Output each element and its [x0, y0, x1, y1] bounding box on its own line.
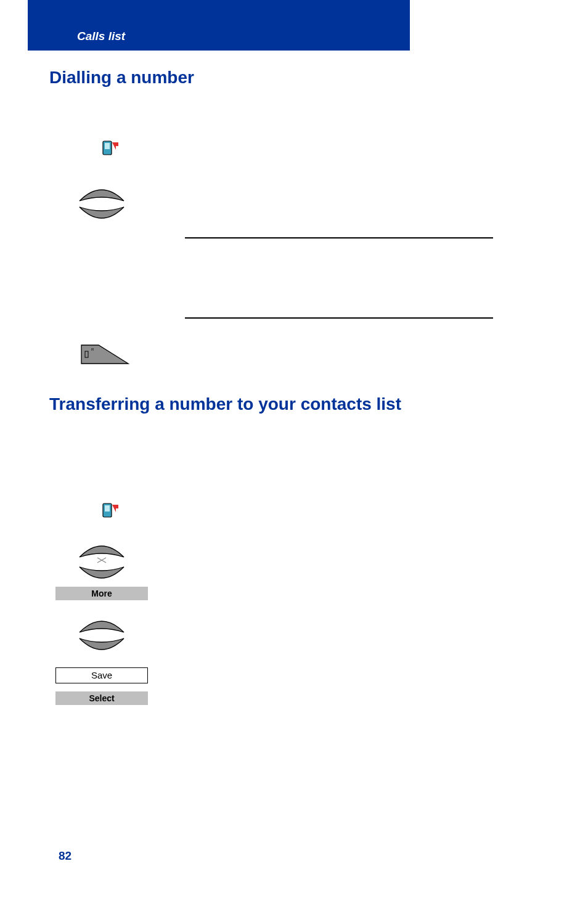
- missed-calls-icon: [80, 139, 142, 161]
- recall-key-icon: R: [80, 344, 129, 365]
- select-button[interactable]: Select: [55, 691, 148, 705]
- more-button[interactable]: More: [55, 587, 148, 600]
- header-bar: Calls list: [28, 0, 410, 51]
- heading-dialling: Dialling a number: [49, 68, 194, 88]
- nav-up-down-icon: [71, 616, 133, 654]
- svg-text:R: R: [91, 348, 94, 351]
- divider-line-1: [185, 237, 493, 238]
- save-button[interactable]: Save: [55, 667, 148, 683]
- nav-up-down-icon: [71, 185, 133, 223]
- section-title: Calls list: [77, 30, 125, 43]
- missed-calls-icon: [80, 501, 142, 523]
- svg-rect-5: [105, 505, 110, 512]
- svg-rect-1: [105, 143, 110, 149]
- heading-transferring: Transferring a number to your contacts l…: [49, 394, 401, 414]
- page-number: 82: [59, 849, 71, 863]
- nav-up-down-cross-icon: [71, 541, 133, 583]
- divider-line-2: [185, 317, 493, 319]
